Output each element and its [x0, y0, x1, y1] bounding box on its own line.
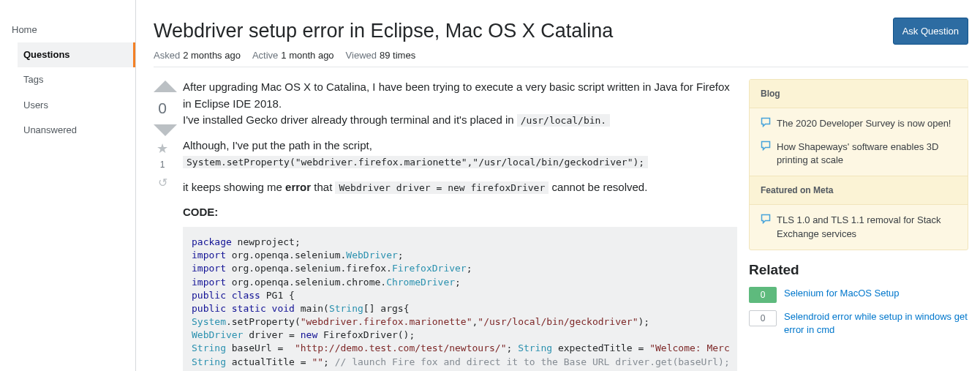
question-title: Webdriver setup error in Eclipse, Mac OS… [154, 18, 613, 44]
related-link[interactable]: Selenium for MacOS Setup [784, 287, 900, 300]
inline-code-setprop: System.setProperty("webdriver.firefox.ma… [183, 156, 648, 168]
post-p4a: it keeps showing me [183, 181, 285, 193]
speech-bubble-icon [761, 214, 771, 240]
vote-count: 0 [154, 94, 171, 123]
meta-header: Featured on Meta [750, 176, 968, 205]
ask-question-button[interactable]: Ask Question [893, 18, 968, 45]
related-link[interactable]: Selendroid error while setup in windows … [784, 310, 968, 337]
post-p2a: I've installed Gecko driver already thro… [183, 113, 517, 126]
nav-unanswered[interactable]: Unanswered [18, 118, 135, 143]
nav-users[interactable]: Users [18, 93, 135, 118]
blog-link: The 2020 Developer Survey is now open! [777, 117, 951, 132]
related-item: 0 Selenium for MacOS Setup [749, 287, 968, 303]
nav-questions[interactable]: Questions [18, 42, 135, 67]
vote-column: 0 ★ 1 ↺ [154, 79, 183, 371]
history-icon[interactable]: ↺ [154, 176, 171, 190]
downvote-button[interactable] [154, 124, 177, 136]
blog-item[interactable]: How Shapeways' software enables 3D print… [750, 140, 968, 176]
asked-label: Asked [154, 50, 180, 61]
related-count: 0 [749, 310, 777, 326]
related-count: 0 [749, 287, 777, 303]
active-label: Active [252, 50, 278, 61]
related-header: Related [749, 262, 968, 278]
code-block: package newproject; import org.openqa.se… [183, 227, 737, 371]
viewed-value: 89 times [380, 50, 415, 61]
post-body: After upgrading Mac OS X to Catalina, I … [183, 79, 737, 371]
favorite-star-icon[interactable]: ★ [154, 138, 171, 157]
speech-bubble-icon [761, 140, 771, 167]
community-bulletin: Blog The 2020 Developer Survey is now op… [749, 79, 968, 250]
post-p4c: that [311, 181, 335, 193]
meta-link: TLS 1.0 and TLS 1.1 removal for Stack Ex… [777, 214, 957, 240]
meta-item[interactable]: TLS 1.0 and TLS 1.1 removal for Stack Ex… [750, 205, 968, 249]
inline-code-driver: Webdriver driver = new firefoxDriver [335, 181, 549, 194]
left-sidebar: Home Questions Tags Users Unanswered [0, 0, 136, 371]
active-value: 1 month ago [281, 50, 333, 61]
blog-header: Blog [750, 80, 968, 108]
blog-item[interactable]: The 2020 Developer Survey is now open! [750, 108, 968, 140]
related-item: 0 Selendroid error while setup in window… [749, 310, 968, 337]
right-sidebar: Blog The 2020 Developer Survey is now op… [749, 79, 968, 371]
post-error-word: error [285, 181, 311, 193]
blog-link: How Shapeways' software enables 3D print… [777, 140, 957, 167]
favorite-count: 1 [154, 157, 171, 176]
post-p3: Although, I've put the path in the scrip… [183, 139, 372, 151]
nav-home[interactable]: Home [6, 18, 135, 42]
nav-tags[interactable]: Tags [18, 67, 135, 92]
post-p1: After upgrading Mac OS X to Catalina, I … [183, 80, 730, 110]
code-heading: CODE: [183, 204, 737, 221]
post-p4d: cannot be resolved. [549, 181, 647, 193]
speech-bubble-icon [761, 117, 771, 132]
question-meta: Asked2 months ago Active1 month ago View… [154, 50, 968, 67]
asked-value: 2 months ago [183, 50, 241, 61]
viewed-label: Viewed [346, 50, 377, 61]
upvote-button[interactable] [154, 80, 177, 92]
inline-code-path: /usr/local/bin. [517, 114, 610, 127]
